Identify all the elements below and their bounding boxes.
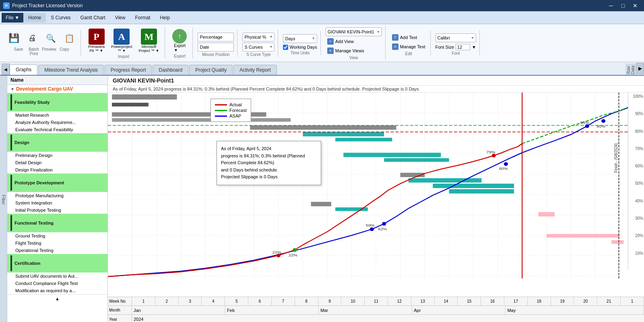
tree-item-evaluate-tech[interactable]: Evaluate Technical Feasibility	[7, 126, 107, 133]
manage-text-button[interactable]: ≡ Manage Text	[390, 43, 427, 51]
week-cell: 5	[225, 297, 248, 305]
view-name-dropdown[interactable]: GIOVANI KEVIN-Point1 ▼	[326, 27, 382, 36]
svg-point-66	[504, 162, 508, 166]
week-cell: 1	[132, 297, 155, 305]
pct-10: 10%	[629, 251, 643, 256]
tree-item-sys-integration[interactable]: System Integration	[7, 199, 107, 206]
preview-button[interactable]: 🔍	[42, 30, 60, 46]
minimize-button[interactable]: ─	[605, 2, 617, 10]
tree-group-feasibility[interactable]: Feasibility Study	[7, 93, 107, 111]
tabs-bar: ◀ Graphs Milestone Trend Analysis Progre…	[0, 62, 644, 76]
save-button[interactable]: 💾	[5, 30, 23, 46]
tree-item-detail-design[interactable]: Detail Design	[7, 159, 107, 166]
svg-text:62%: 62%	[378, 227, 387, 231]
export-btn-label: Export▼	[174, 43, 186, 52]
font-name-dropdown[interactable]: Calibri ▼	[436, 33, 476, 42]
view-section: GIOVANI KEVIN-Point1 ▼ + Add View ≡ Mana…	[322, 26, 386, 60]
pct-30: 30%	[629, 216, 643, 221]
tab-quality[interactable]: Project Quality	[189, 65, 233, 75]
tree-group-design[interactable]: Design	[7, 133, 107, 152]
scurve-type-section: Physical % ▼ S Curves ▼ S Curve Type	[239, 29, 278, 57]
powerproject-label: Powerproject™ ▼	[111, 45, 132, 53]
menu-gantt[interactable]: Gantt Chart	[76, 13, 110, 23]
tab-left-arrow[interactable]: ◀	[2, 64, 10, 75]
physical-pct-dropdown[interactable]: Physical % ▼	[242, 33, 275, 41]
scurves-label: S Curves	[244, 45, 262, 50]
tree-item-prelim-design[interactable]: Preliminary Design	[7, 152, 107, 159]
primavera-button[interactable]: P PrimaveraP6 ™ ▼	[86, 27, 107, 54]
tab-activity[interactable]: Activity Report	[233, 65, 277, 75]
svg-text:59%: 59%	[366, 223, 375, 227]
close-button[interactable]: ✕	[630, 2, 641, 10]
svg-point-60	[370, 227, 374, 231]
edit-label: Edit	[390, 52, 427, 56]
working-days-checkbox[interactable]	[283, 45, 288, 50]
scurves-dropdown[interactable]: S Curves ▼	[242, 43, 275, 52]
add-view-button[interactable]: + Add View	[326, 37, 382, 45]
file-menu[interactable]: File ▼	[2, 13, 23, 23]
menu-home[interactable]: Home	[23, 13, 46, 23]
powerproject-button[interactable]: A Powerproject™ ▼	[109, 27, 135, 54]
chart-subtitle: As of Friday, April 5, 2024 progress is …	[108, 86, 644, 93]
maximize-button[interactable]: □	[617, 2, 629, 10]
days-dropdown[interactable]: Days ▼	[283, 34, 317, 43]
svg-rect-46	[449, 189, 514, 194]
tab-milestone[interactable]: Milestone Trend Analysis	[38, 65, 104, 75]
week-cell: 19	[551, 297, 574, 305]
tree-item-compliance-flight[interactable]: Conduct Compliance Flight Test	[7, 280, 107, 287]
tab-graphs[interactable]: Graphs	[10, 64, 37, 75]
svg-point-68	[585, 124, 589, 128]
tree-item-flight-test[interactable]: Flight Testing	[7, 239, 107, 247]
date-input[interactable]	[198, 43, 234, 52]
tree-item-initial-proto[interactable]: Initial Prototype Testing	[7, 206, 107, 214]
month-cell: Mar	[319, 306, 412, 314]
copy-button[interactable]: 📋	[60, 30, 78, 46]
print-icon: 🖨	[26, 32, 39, 45]
window-controls[interactable]: ─ □ ✕	[605, 2, 641, 10]
week-row: Week No 12345678910111213141516171819202…	[108, 297, 644, 306]
tree-group-functional[interactable]: Functional Testing	[7, 214, 107, 232]
manage-views-button[interactable]: ≡ Manage Views	[326, 47, 382, 55]
root-label: Development Cargo UAV	[16, 86, 73, 92]
menu-help[interactable]: Help	[155, 13, 175, 23]
working-days-label: Working Days	[289, 45, 317, 50]
app-title: Project Tracker Licensed Version	[12, 3, 83, 8]
year-row: Year 2024	[108, 315, 644, 322]
tree-item-market-research[interactable]: Market Research	[7, 111, 107, 119]
legend-actual-line	[215, 104, 227, 105]
tree-item-proto-mfg[interactable]: Prototype Manufacturing	[7, 192, 107, 199]
tab-right-arrow[interactable]: ▶	[636, 63, 644, 74]
tree-item-ground-test[interactable]: Ground Testing	[7, 232, 107, 239]
font-size-input[interactable]	[456, 44, 470, 50]
collapse-icon: ▼	[10, 87, 15, 91]
add-view-label: Add View	[335, 39, 354, 44]
tree-item-analyze-auth[interactable]: Analyze Authority Requireme...	[7, 119, 107, 126]
app-icon: P	[3, 2, 10, 9]
font-name-label: Calibri	[438, 35, 450, 40]
tree-item-modification[interactable]: Modification as required by a...	[7, 287, 107, 294]
tree-item-design-final[interactable]: Design Finalization	[7, 166, 107, 173]
export-button[interactable]: ↑ Export▼	[170, 27, 189, 54]
tree-group-prototype[interactable]: Prototype Development	[7, 173, 107, 192]
filter-panel[interactable]: Filter	[0, 76, 7, 322]
menu-view[interactable]: View	[110, 13, 130, 23]
manage-views-icon: ≡	[327, 47, 334, 54]
font-section: Calibri ▼ Font Size ▼ Font	[432, 30, 480, 56]
font-label: Font	[436, 51, 476, 56]
msproject-button[interactable]: M MicrosoftProject ™ ▼	[136, 27, 162, 54]
tab-progress[interactable]: Progress Report	[105, 65, 152, 75]
add-text-button[interactable]: T Add Text	[390, 33, 427, 41]
menu-format[interactable]: Format	[130, 13, 155, 23]
tree-collapse-btn[interactable]: ▲	[7, 294, 107, 303]
time-units-section: Days ▼ Working Days Time Units	[280, 31, 320, 55]
batch-print-button[interactable]: 🖨	[23, 30, 41, 46]
tab-dashboard[interactable]: Dashboard	[153, 65, 188, 75]
legend-actual: Actual	[215, 102, 247, 107]
tree-item-operational-test[interactable]: Operational Testing	[7, 247, 107, 254]
tree-root[interactable]: ▼ Development Cargo UAV	[7, 85, 107, 93]
tree-group-certification[interactable]: Certification	[7, 254, 107, 272]
tree-item-submit-uav[interactable]: Submit UAV documents to Aut...	[7, 272, 107, 280]
percentage-input[interactable]	[198, 33, 234, 41]
svg-text:22%: 22%	[289, 253, 297, 257]
menu-scurves[interactable]: S Curves	[46, 13, 75, 23]
